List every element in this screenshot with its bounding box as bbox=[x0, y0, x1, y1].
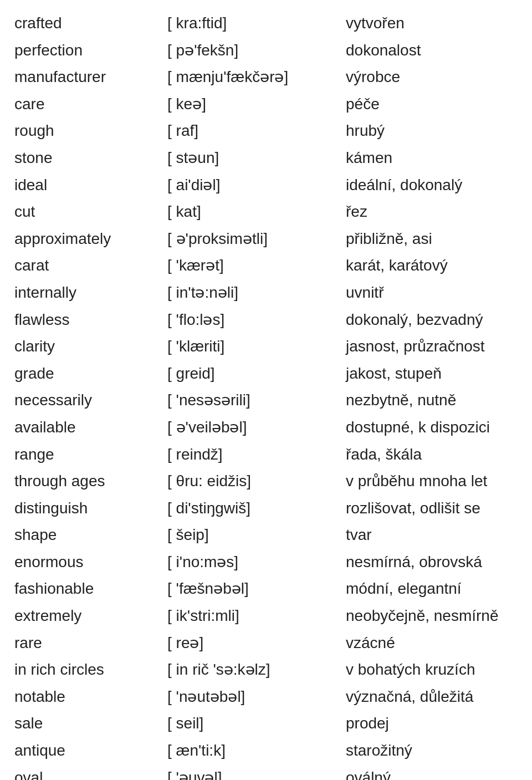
translation-cell: oválný bbox=[342, 764, 521, 780]
vocabulary-table: crafted [ kra:ftid] vytvořen perfection … bbox=[11, 10, 521, 780]
table-row: available [ ə'veiləbəl] dostupné, k disp… bbox=[11, 414, 521, 441]
phonetic-cell: [ ə'proksimətli] bbox=[164, 226, 342, 253]
table-row: notable [ 'nəutəbəl] význačná, důležitá bbox=[11, 684, 521, 711]
word-cell: antique bbox=[11, 737, 164, 764]
translation-cell: starožitný bbox=[342, 737, 521, 764]
word-cell: available bbox=[11, 414, 164, 441]
table-row: carat [ 'kærət] karát, karátový bbox=[11, 252, 521, 279]
translation-cell: dostupné, k dispozici bbox=[342, 414, 521, 441]
table-row: in rich circles [ in rič 'sə:kəlz] v boh… bbox=[11, 656, 521, 684]
word-cell: carat bbox=[11, 252, 164, 279]
word-cell: shape bbox=[11, 522, 164, 549]
phonetic-cell: [ reindž] bbox=[164, 441, 342, 468]
word-cell: distinguish bbox=[11, 495, 164, 522]
word-cell: crafted bbox=[11, 10, 164, 37]
phonetic-cell: [ in rič 'sə:kəlz] bbox=[164, 656, 342, 684]
translation-cell: tvar bbox=[342, 522, 521, 549]
table-row: perfection [ pə'fekšn] dokonalost bbox=[11, 37, 521, 64]
phonetic-cell: [ 'fæšnəbəl] bbox=[164, 575, 342, 603]
phonetic-cell: [ 'kærət] bbox=[164, 252, 342, 279]
word-cell: rare bbox=[11, 630, 164, 657]
table-row: ideal [ ai'diəl] ideální, dokonalý bbox=[11, 172, 521, 199]
word-cell: fashionable bbox=[11, 575, 164, 603]
phonetic-cell: [ ə'veiləbəl] bbox=[164, 414, 342, 441]
table-row: oval [ 'əuvəl] oválný bbox=[11, 764, 521, 780]
word-cell: grade bbox=[11, 360, 164, 388]
translation-cell: dokonalý, bezvadný bbox=[342, 307, 521, 334]
phonetic-cell: [ pə'fekšn] bbox=[164, 37, 342, 64]
phonetic-cell: [ in'tə:nəli] bbox=[164, 279, 342, 307]
table-row: internally [ in'tə:nəli] uvnitř bbox=[11, 279, 521, 307]
phonetic-cell: [ raf] bbox=[164, 118, 342, 145]
translation-cell: výrobce bbox=[342, 64, 521, 91]
table-row: antique [ æn'ti:k] starožitný bbox=[11, 737, 521, 764]
word-cell: sale bbox=[11, 710, 164, 737]
translation-cell: prodej bbox=[342, 710, 521, 737]
table-row: range [ reindž] řada, škála bbox=[11, 441, 521, 468]
table-row: stone [ stəun] kámen bbox=[11, 145, 521, 172]
table-row: cut [ kat] řez bbox=[11, 198, 521, 226]
word-cell: oval bbox=[11, 764, 164, 780]
word-cell: through ages bbox=[11, 468, 164, 495]
phonetic-cell: [ 'flo:ləs] bbox=[164, 307, 342, 334]
table-row: flawless [ 'flo:ləs] dokonalý, bezvadný bbox=[11, 307, 521, 334]
word-cell: range bbox=[11, 441, 164, 468]
table-row: enormous [ i'no:məs] nesmírná, obrovská bbox=[11, 549, 521, 576]
table-row: sale [ seil] prodej bbox=[11, 710, 521, 737]
word-cell: flawless bbox=[11, 307, 164, 334]
phonetic-cell: [ 'nəutəbəl] bbox=[164, 684, 342, 711]
phonetic-cell: [ di'stiŋgwiš] bbox=[164, 495, 342, 522]
translation-cell: v bohatých kruzích bbox=[342, 656, 521, 684]
table-row: through ages [ θru: eidžis] v průběhu mn… bbox=[11, 468, 521, 495]
translation-cell: řada, škála bbox=[342, 441, 521, 468]
word-cell: extremely bbox=[11, 603, 164, 630]
word-cell: care bbox=[11, 91, 164, 118]
translation-cell: neobyčejně, nesmírně bbox=[342, 603, 521, 630]
word-cell: ideal bbox=[11, 172, 164, 199]
phonetic-cell: [ šeip] bbox=[164, 522, 342, 549]
table-row: crafted [ kra:ftid] vytvořen bbox=[11, 10, 521, 37]
table-row: rare [ reə] vzácné bbox=[11, 630, 521, 657]
translation-cell: kámen bbox=[342, 145, 521, 172]
translation-cell: módní, elegantní bbox=[342, 575, 521, 603]
translation-cell: péče bbox=[342, 91, 521, 118]
word-cell: necessarily bbox=[11, 387, 164, 414]
phonetic-cell: [ ai'diəl] bbox=[164, 172, 342, 199]
translation-cell: přibližně, asi bbox=[342, 226, 521, 253]
phonetic-cell: [ keə] bbox=[164, 91, 342, 118]
table-row: manufacturer [ mænju'fækčərə] výrobce bbox=[11, 64, 521, 91]
word-cell: rough bbox=[11, 118, 164, 145]
phonetic-cell: [ ik'stri:mli] bbox=[164, 603, 342, 630]
table-row: fashionable [ 'fæšnəbəl] módní, elegantn… bbox=[11, 575, 521, 603]
phonetic-cell: [ reə] bbox=[164, 630, 342, 657]
translation-cell: hrubý bbox=[342, 118, 521, 145]
table-row: grade [ greid] jakost, stupeň bbox=[11, 360, 521, 388]
word-cell: manufacturer bbox=[11, 64, 164, 91]
word-cell: in rich circles bbox=[11, 656, 164, 684]
phonetic-cell: [ kra:ftid] bbox=[164, 10, 342, 37]
phonetic-cell: [ æn'ti:k] bbox=[164, 737, 342, 764]
word-cell: cut bbox=[11, 198, 164, 226]
table-row: necessarily [ 'nesəsərili] nezbytně, nut… bbox=[11, 387, 521, 414]
translation-cell: uvnitř bbox=[342, 279, 521, 307]
table-row: rough [ raf] hrubý bbox=[11, 118, 521, 145]
phonetic-cell: [ stəun] bbox=[164, 145, 342, 172]
translation-cell: řez bbox=[342, 198, 521, 226]
translation-cell: karát, karátový bbox=[342, 252, 521, 279]
translation-cell: nezbytně, nutně bbox=[342, 387, 521, 414]
word-cell: clarity bbox=[11, 333, 164, 360]
phonetic-cell: [ greid] bbox=[164, 360, 342, 388]
word-cell: notable bbox=[11, 684, 164, 711]
table-row: distinguish [ di'stiŋgwiš] rozlišovat, o… bbox=[11, 495, 521, 522]
table-row: shape [ šeip] tvar bbox=[11, 522, 521, 549]
table-row: care [ keə] péče bbox=[11, 91, 521, 118]
phonetic-cell: [ θru: eidžis] bbox=[164, 468, 342, 495]
phonetic-cell: [ 'nesəsərili] bbox=[164, 387, 342, 414]
phonetic-cell: [ kat] bbox=[164, 198, 342, 226]
table-row: approximately [ ə'proksimətli] přibližně… bbox=[11, 226, 521, 253]
translation-cell: význačná, důležitá bbox=[342, 684, 521, 711]
translation-cell: jakost, stupeň bbox=[342, 360, 521, 388]
translation-cell: v průběhu mnoha let bbox=[342, 468, 521, 495]
translation-cell: vzácné bbox=[342, 630, 521, 657]
translation-cell: ideální, dokonalý bbox=[342, 172, 521, 199]
